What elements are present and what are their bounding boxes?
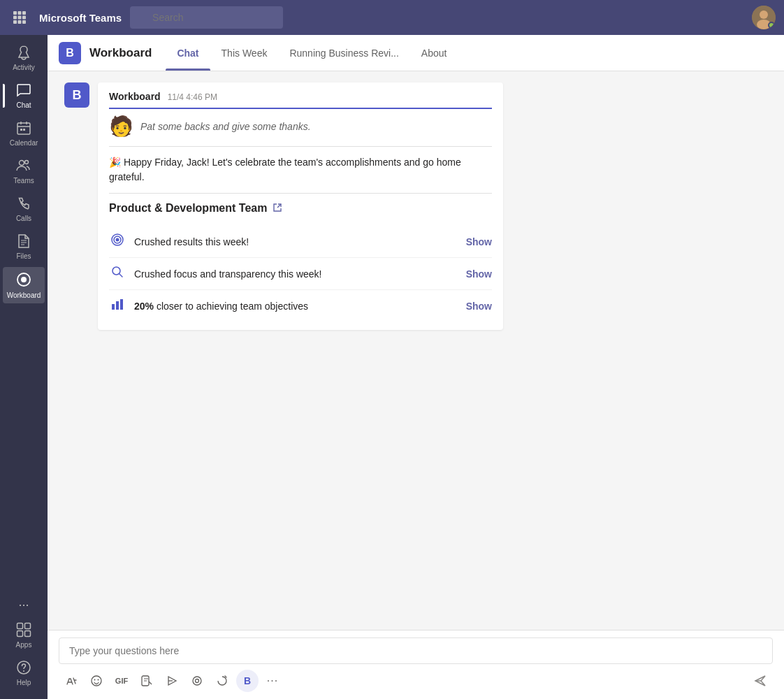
sidebar-bottom: ··· Apps bbox=[3, 594, 45, 699]
metric-left-3: 20% closer to achieving team objectives bbox=[109, 297, 308, 315]
sidebar-item-workboard-label: Workboard bbox=[7, 291, 41, 299]
svg-point-40 bbox=[196, 679, 199, 683]
tab-chat[interactable]: Chat bbox=[166, 35, 210, 71]
tab-this-week[interactable]: This Week bbox=[210, 35, 279, 71]
svg-rect-7 bbox=[18, 20, 22, 24]
sidebar-item-apps-label: Apps bbox=[16, 641, 32, 649]
show-button-1[interactable]: Show bbox=[466, 236, 492, 247]
files-icon bbox=[16, 233, 31, 251]
format-tool[interactable] bbox=[60, 670, 82, 692]
sidebar-item-activity[interactable]: Activity bbox=[3, 41, 45, 75]
svg-rect-31 bbox=[112, 304, 115, 310]
svg-rect-13 bbox=[20, 129, 22, 131]
sidebar: Activity Chat Calendar bbox=[0, 35, 48, 699]
sidebar-item-teams-label: Teams bbox=[13, 177, 34, 185]
channel-tabs: Chat This Week Running Business Revi... … bbox=[166, 35, 458, 71]
apps-icon bbox=[16, 622, 31, 640]
gif-tool[interactable]: GIF bbox=[110, 670, 133, 692]
channel-icon: B bbox=[59, 42, 81, 64]
intro-emoji: 🧑 bbox=[109, 115, 133, 138]
compose-toolbar: GIF bbox=[59, 670, 773, 692]
sidebar-item-calendar[interactable]: Calendar bbox=[3, 116, 45, 151]
topbar: Microsoft Teams 🔍 bbox=[0, 0, 784, 35]
metric-row-3: 20% closer to achieving team objectives … bbox=[109, 290, 492, 322]
metric-row-2: Crushed focus and transparency this week… bbox=[109, 258, 492, 290]
search-wrapper: 🔍 bbox=[130, 6, 549, 29]
grid-icon[interactable] bbox=[8, 11, 31, 24]
more-compose-tool[interactable]: ··· bbox=[261, 670, 284, 692]
metric-left-2: Crushed focus and transparency this week… bbox=[109, 265, 321, 282]
compose-input[interactable] bbox=[59, 637, 773, 664]
message-row: B Workboard 11/4 4:46 PM 🧑 Pat some back… bbox=[64, 82, 767, 330]
workboard-icon bbox=[15, 271, 32, 290]
praise-tool[interactable] bbox=[211, 670, 233, 692]
sidebar-item-workboard[interactable]: Workboard bbox=[3, 267, 45, 303]
svg-point-16 bbox=[25, 161, 29, 164]
metric-row-1: Crushed results this week! Show bbox=[109, 226, 492, 258]
celebration-text: 🎉 Happy Friday, Jack! Let's celebrate th… bbox=[109, 155, 492, 194]
sidebar-item-chat-label: Chat bbox=[16, 101, 31, 109]
compose-area: GIF bbox=[48, 630, 784, 699]
tab-running-business[interactable]: Running Business Revi... bbox=[278, 35, 409, 71]
search-input[interactable] bbox=[130, 6, 283, 29]
sidebar-item-calls[interactable]: Calls bbox=[3, 192, 45, 226]
help-icon bbox=[16, 660, 31, 677]
svg-rect-14 bbox=[23, 129, 25, 131]
metric-left-1: Crushed results this week! bbox=[109, 233, 249, 250]
sidebar-item-apps[interactable]: Apps bbox=[3, 618, 45, 653]
workboard-compose-tool[interactable]: B bbox=[236, 670, 259, 692]
channel-name: Workboard bbox=[89, 46, 152, 60]
svg-rect-1 bbox=[18, 11, 22, 15]
svg-rect-6 bbox=[13, 20, 17, 24]
metric-text-3: 20% closer to achieving team objectives bbox=[134, 301, 308, 312]
messages-area: B Workboard 11/4 4:46 PM 🧑 Pat some back… bbox=[48, 71, 784, 630]
svg-point-29 bbox=[116, 238, 119, 242]
svg-point-24 bbox=[23, 670, 24, 672]
avatar-status bbox=[768, 22, 775, 29]
svg-point-10 bbox=[760, 10, 768, 19]
tab-about[interactable]: About bbox=[410, 35, 458, 71]
avatar[interactable] bbox=[752, 6, 776, 29]
svg-rect-20 bbox=[25, 624, 31, 629]
sidebar-item-more[interactable]: ··· bbox=[3, 594, 45, 615]
svg-point-30 bbox=[112, 267, 120, 275]
sidebar-item-help-label: Help bbox=[17, 679, 31, 686]
calendar-icon bbox=[16, 120, 31, 138]
svg-rect-2 bbox=[22, 11, 26, 15]
metric-text-1: Crushed results this week! bbox=[134, 236, 249, 247]
sticker-tool[interactable] bbox=[136, 670, 158, 692]
external-link-icon[interactable] bbox=[273, 203, 282, 215]
svg-rect-8 bbox=[22, 20, 26, 24]
more-icon: ··· bbox=[18, 598, 29, 611]
svg-rect-32 bbox=[116, 301, 119, 310]
show-button-3[interactable]: Show bbox=[466, 301, 492, 312]
sidebar-item-chat[interactable]: Chat bbox=[3, 78, 45, 113]
svg-point-35 bbox=[94, 679, 96, 681]
message-header: Workboard 11/4 4:46 PM bbox=[109, 91, 492, 109]
sidebar-item-calls-label: Calls bbox=[16, 215, 31, 222]
activity-icon bbox=[16, 45, 31, 62]
show-button-2[interactable]: Show bbox=[466, 268, 492, 280]
svg-rect-3 bbox=[13, 16, 17, 20]
sidebar-item-teams[interactable]: Teams bbox=[3, 154, 45, 189]
message-intro-text: Pat some backs and give some thanks. bbox=[140, 121, 311, 132]
send-button[interactable] bbox=[749, 670, 771, 692]
teams-icon bbox=[16, 158, 31, 175]
metric-text-2: Crushed focus and transparency this week… bbox=[134, 268, 321, 280]
loop-tool[interactable] bbox=[186, 670, 208, 692]
sidebar-item-help[interactable]: Help bbox=[3, 656, 45, 691]
message-intro: 🧑 Pat some backs and give some thanks. bbox=[109, 115, 492, 147]
content-area: B Workboard Chat This Week Running Busin… bbox=[48, 35, 784, 699]
message-time: 11/4 4:46 PM bbox=[168, 92, 217, 102]
svg-rect-21 bbox=[17, 631, 23, 637]
product-section-title: Product & Development Team bbox=[109, 202, 267, 215]
svg-point-36 bbox=[98, 679, 99, 681]
chat-icon bbox=[16, 82, 31, 100]
emoji-tool[interactable] bbox=[85, 670, 108, 692]
search-metric-icon bbox=[109, 265, 126, 282]
message-bubble: Workboard 11/4 4:46 PM 🧑 Pat some backs … bbox=[98, 82, 503, 330]
schedule-send-tool[interactable] bbox=[161, 670, 183, 692]
channel-header: B Workboard Chat This Week Running Busin… bbox=[48, 35, 784, 71]
product-section-header: Product & Development Team bbox=[109, 202, 492, 215]
sidebar-item-files[interactable]: Files bbox=[3, 229, 45, 264]
